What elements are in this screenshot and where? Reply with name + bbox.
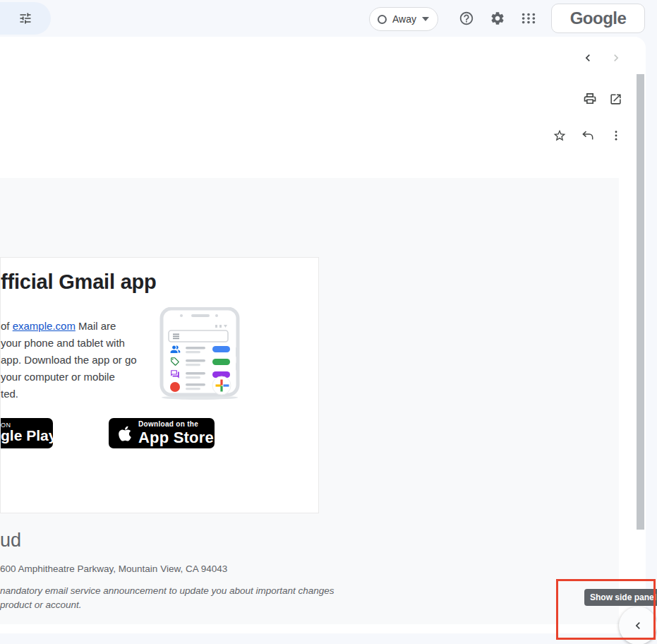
footer-disclaimer-line1: nandatory email service announcement to … <box>0 585 334 596</box>
google-play-badge-main: gle Play <box>1 427 53 444</box>
app-store-badge-main: App Store <box>138 430 214 446</box>
reply-arrow-icon <box>581 129 595 143</box>
email-panel: fficial Gmail app of example.com Mail ar… <box>0 37 646 633</box>
open-in-new-icon <box>609 93 622 106</box>
older-conversation-button[interactable] <box>602 44 630 72</box>
scrollbar-thumb[interactable] <box>637 74 644 530</box>
search-options-button[interactable] <box>0 2 51 35</box>
chevron-right-icon <box>609 51 623 65</box>
apple-logo-icon <box>118 425 132 442</box>
body-line3: app. Download the app or go <box>1 354 137 366</box>
gmail-app-promo-card: fficial Gmail app of example.com Mail ar… <box>0 257 319 513</box>
availability-status-pill[interactable]: Away <box>369 7 438 31</box>
google-apps-button[interactable] <box>514 4 543 32</box>
body-line4: your computer or mobile <box>1 371 115 383</box>
body-line2: your phone and tablet with <box>1 337 125 349</box>
more-vert-icon <box>610 129 622 142</box>
reply-button[interactable] <box>574 121 602 150</box>
star-outline-icon <box>553 129 567 143</box>
availability-status-label: Away <box>392 13 416 25</box>
workspace-logo-card[interactable]: Google <box>551 4 645 33</box>
top-bar: Away Google <box>0 0 657 37</box>
phone-search-bar <box>169 330 228 342</box>
example-com-link[interactable]: example.com <box>13 320 76 332</box>
open-in-new-button[interactable] <box>601 85 629 113</box>
footer-address: 600 Amphitheatre Parkway, Mountain View,… <box>0 564 227 574</box>
footer-brand-fragment: ud <box>0 530 21 551</box>
printer-icon <box>583 92 597 106</box>
presence-circle-icon <box>378 15 387 24</box>
google-logo: Google <box>570 8 627 28</box>
settings-button[interactable] <box>483 4 512 32</box>
show-side-panel-tooltip: Show side panel <box>584 589 657 606</box>
chevron-left-icon <box>631 619 645 633</box>
star-button[interactable] <box>546 121 574 150</box>
footer-disclaimer-line2: product or account. <box>0 600 82 610</box>
show-side-panel-button[interactable] <box>619 607 657 644</box>
phone-illustration <box>153 307 249 405</box>
email-message-background: fficial Gmail app of example.com Mail ar… <box>0 178 619 624</box>
app-store-badge[interactable]: Download on the App Store <box>109 418 215 448</box>
promo-body-text: of example.com Mail are your phone and t… <box>1 318 170 402</box>
phone-compose-fab <box>212 376 231 395</box>
print-button[interactable] <box>576 85 604 113</box>
tune-sliders-icon <box>18 11 32 25</box>
body-line5: ted. <box>1 388 18 400</box>
promo-heading: fficial Gmail app <box>1 270 157 294</box>
apps-grid-icon <box>521 11 536 26</box>
phone-status-icons <box>215 325 227 328</box>
body-line1-suffix: Mail are <box>76 320 116 332</box>
chevron-left-icon <box>581 51 595 65</box>
newer-conversation-button[interactable] <box>574 44 602 72</box>
help-button[interactable] <box>452 4 481 32</box>
gear-icon <box>490 11 505 26</box>
google-play-badge[interactable]: ON gle Play <box>1 418 53 448</box>
app-store-badge-top: Download on the <box>138 421 214 428</box>
help-circle-icon <box>459 11 474 26</box>
body-line1-prefix: of <box>1 320 13 332</box>
caret-down-icon <box>422 17 429 21</box>
more-options-button[interactable] <box>602 121 630 150</box>
